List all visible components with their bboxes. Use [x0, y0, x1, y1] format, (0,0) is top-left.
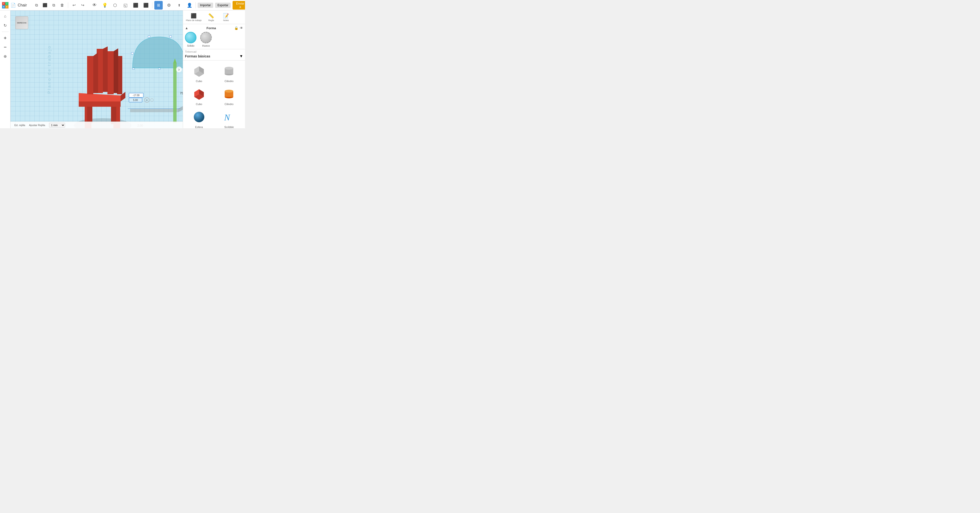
user-button[interactable]: 👤 [185, 1, 194, 10]
solid-label: Sólido [187, 44, 194, 47]
lock-icon[interactable]: 🔒 [234, 26, 238, 30]
undo-button[interactable]: ↩ [70, 2, 78, 9]
shape-img-cubo-red [191, 86, 207, 102]
shape-item-scribble[interactable]: N Scribble [215, 108, 243, 128]
shape-img-cubo-gray [191, 64, 207, 79]
svg-text:-17.00: -17.00 [133, 94, 140, 97]
workplane-button[interactable]: ⬛ Plano de trabajo [184, 12, 204, 22]
svg-rect-0 [148, 36, 150, 38]
grid-select[interactable]: 1 mm 0.5 mm 2 mm 5 mm [49, 123, 65, 127]
workplane-icon: ⬛ [191, 13, 197, 19]
svg-point-38 [225, 90, 233, 92]
svg-text:N: N [224, 113, 231, 122]
right-panel: ⬛ Plano de trabajo 📏 Regla 📝 Notes ▲ For… [183, 11, 245, 128]
shape-item-cilindro-orange[interactable]: Cilindro [215, 85, 243, 107]
divider [152, 2, 153, 8]
logo-n: N [2, 5, 5, 8]
shape-img-cilindro-gray [221, 64, 237, 79]
shapes-dropdown[interactable]: Formas básicas ▼ [183, 53, 245, 61]
canvas-area[interactable]: Plano de trabajo DERECHA [11, 11, 183, 128]
eye-icon[interactable]: 👁 [240, 26, 243, 30]
shape-item-cubo-gray[interactable]: Cubo [185, 62, 213, 83]
shape-img-esfera [191, 109, 207, 125]
shapes-grid: Cubo Cilindro [183, 61, 245, 128]
topbar: T I N K 📄 Chair ⧉ ⬛ ⧉ 🗑 ↩ ↪ 👁 💡 ⬡ ◱ ⬛ ⬛ … [0, 0, 245, 11]
ruler-button[interactable]: 📏 Regla [204, 12, 218, 22]
tinkercad-logo: T I N K [2, 1, 9, 10]
shape-item-cilindro-gray[interactable]: Cilindro [215, 62, 243, 83]
send-button[interactable]: Enviar a [232, 1, 245, 10]
scroll-right-arrow[interactable]: › [176, 67, 182, 72]
shape-label-esfera: Esfera [195, 126, 203, 128]
camera-icon-button[interactable]: ⬡ [111, 1, 119, 10]
height-dim-label: 75.00 [180, 92, 183, 95]
settings-button[interactable]: ⚙ [165, 1, 173, 10]
fit-button[interactable]: ⊕ [2, 53, 9, 60]
doc-icon: 📄 [11, 3, 16, 8]
main-area: ⌂ ↻ + − ⊕ Plano de trabajo DERECHA [0, 11, 245, 128]
hollow-preview [200, 32, 212, 43]
rotate-button[interactable]: ↻ [2, 22, 9, 29]
zoom-out-button[interactable]: − [2, 43, 9, 51]
collapse-arrow[interactable]: ▲ [185, 26, 188, 30]
notes-icon: 📝 [223, 13, 229, 19]
scene-svg: 10.00 [35, 22, 183, 128]
shape-label-cubo-red: Cubo [196, 103, 202, 105]
notes-button[interactable]: 📝 Notes [219, 12, 233, 22]
svg-marker-13 [130, 108, 178, 112]
panel-top-icons: ⬛ Plano de trabajo 📏 Regla 📝 Notes [183, 11, 245, 24]
project-title: Chair [18, 3, 27, 7]
svg-rect-1 [170, 36, 172, 38]
redo-button[interactable]: ↪ [79, 2, 86, 9]
shape-item-esfera[interactable]: Esfera [185, 108, 213, 128]
shapes-dropdown-label: Formas básicas [185, 54, 210, 58]
shape-type-options: Sólido Hueco [185, 32, 243, 47]
left-toolbar: ⌂ ↻ + − ⊕ [0, 11, 11, 128]
ruler-label: Regla [208, 19, 214, 22]
home-button[interactable]: ⌂ [2, 13, 9, 20]
logo-k: K [5, 5, 8, 8]
shape-header: ▲ Forma 🔒 👁 [185, 26, 243, 30]
workplane-label: Plano de trabajo [186, 19, 202, 22]
export-button[interactable]: Exportar [215, 3, 231, 8]
backrest-face-2 [103, 46, 108, 92]
copy-button[interactable]: ⧉ [33, 2, 40, 9]
layers-icon-button[interactable]: ◱ [121, 1, 130, 10]
chair-scene: 10.00 [35, 22, 183, 128]
svg-point-32 [225, 67, 233, 70]
shape-label-cilindro-gray: Cilindro [225, 80, 234, 83]
shape-item-cubo-red[interactable]: Cubo [185, 85, 213, 107]
delete-button[interactable]: 🗑 [58, 2, 66, 9]
cube-face-right: DERECHA [15, 16, 28, 29]
svg-point-24 [151, 99, 153, 102]
paste-button[interactable]: ⬛ [41, 2, 49, 9]
edit-tools: ⧉ ⬛ ⧉ 🗑 ↩ ↪ [33, 2, 86, 9]
coord-inputs: -17.00 5.00 ⟳ [129, 93, 153, 102]
shape-title: Forma [207, 26, 216, 30]
import-button[interactable]: Importar [197, 3, 213, 8]
tinkercad-label: Tinkercad [183, 49, 245, 53]
grid-view-button[interactable]: ⊞ [154, 1, 163, 10]
view-cube[interactable]: DERECHA [15, 16, 30, 30]
shape-img-scribble: N [221, 109, 237, 125]
shape-img-cilindro-orange [221, 86, 237, 102]
hollow-option[interactable]: Hueco [200, 32, 212, 47]
backrest-post-3 [107, 51, 114, 94]
view-icon-button[interactable]: 👁 [90, 1, 99, 10]
shape-panel: ▲ Forma 🔒 👁 Sólido Hueco [183, 24, 245, 49]
export-icon-button[interactable]: ⬆ [175, 1, 183, 10]
solid-option[interactable]: Sólido [185, 32, 196, 47]
mirror-icon-button[interactable]: ⬛ [142, 1, 150, 10]
solid-preview [185, 32, 196, 43]
notes-label: Notes [223, 19, 229, 22]
ruler-icon: 📏 [208, 13, 214, 19]
svg-text:5.00: 5.00 [133, 99, 138, 102]
shape-label-cilindro-orange: Cilindro [225, 103, 234, 105]
light-icon-button[interactable]: 💡 [100, 1, 109, 10]
measure-icon-button[interactable]: ⬛ [132, 1, 140, 10]
ajustar-label: Ajustar Rejilla [29, 124, 45, 127]
seat-front [79, 102, 121, 107]
svg-rect-2 [131, 53, 133, 54]
duplicate-button[interactable]: ⧉ [50, 2, 57, 9]
zoom-in-button[interactable]: + [2, 34, 9, 42]
